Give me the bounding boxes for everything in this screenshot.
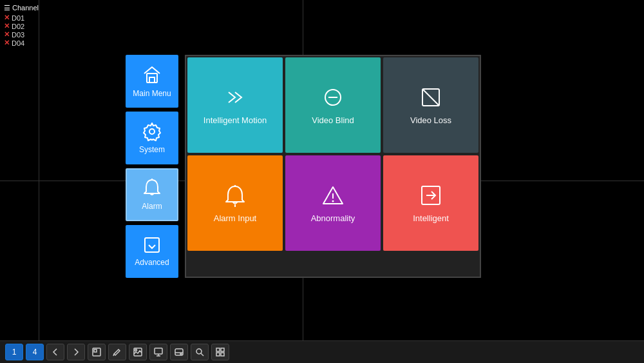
tile-intelligent-motion[interactable]: Intelligent Motion bbox=[187, 57, 283, 153]
toolbar-btn-grid[interactable] bbox=[211, 344, 229, 360]
tiles-grid: Intelligent Motion Video Blind Video Los… bbox=[185, 55, 481, 278]
toolbar-btn-back[interactable] bbox=[46, 344, 64, 360]
channel-panel: ☰ Channel ✕ D01 ✕ D02 ✕ D03 ✕ D04 bbox=[4, 4, 39, 47]
channel-d02: ✕ D02 bbox=[4, 22, 39, 30]
toolbar-btn-hdd[interactable] bbox=[170, 344, 188, 360]
bell-icon bbox=[143, 179, 161, 198]
triangle-alert-icon bbox=[321, 184, 345, 207]
tile-abnormality[interactable]: Abnormality bbox=[285, 155, 381, 251]
toolbar-btn-4[interactable]: 4 bbox=[26, 344, 44, 360]
tile-alarm-input[interactable]: Alarm Input bbox=[187, 155, 283, 251]
advanced-icon bbox=[143, 236, 161, 254]
tile-video-loss[interactable]: Video Loss bbox=[383, 57, 478, 153]
svg-line-28 bbox=[201, 353, 204, 356]
svg-rect-32 bbox=[221, 353, 224, 356]
toolbar-btn-pencil[interactable] bbox=[108, 344, 126, 360]
svg-point-27 bbox=[196, 349, 202, 354]
toolbar-btn-1[interactable]: 1 bbox=[5, 344, 23, 360]
tile-intelligent-label: Intelligent bbox=[413, 213, 449, 223]
video-loss-icon bbox=[419, 86, 442, 109]
tile-video-blind[interactable]: Video Blind bbox=[285, 57, 381, 153]
svg-rect-31 bbox=[216, 353, 220, 356]
channel-d03-label: D03 bbox=[12, 31, 24, 39]
svg-rect-30 bbox=[221, 348, 224, 351]
svg-line-18 bbox=[113, 354, 114, 356]
bottom-toolbar: 1 4 bbox=[0, 340, 644, 363]
toolbar-btn-monitor[interactable] bbox=[149, 344, 167, 360]
svg-point-2 bbox=[149, 129, 155, 134]
svg-rect-29 bbox=[216, 348, 220, 351]
toolbar-btn-window[interactable] bbox=[88, 344, 106, 360]
svg-rect-4 bbox=[145, 238, 159, 252]
pencil-icon bbox=[113, 348, 122, 357]
minus-circle-icon bbox=[321, 86, 345, 109]
tile-intelligent[interactable]: Intelligent bbox=[383, 155, 478, 251]
main-area: Main Menu System Alarm Advanced bbox=[126, 55, 481, 278]
channel-d04-status: ✕ bbox=[4, 39, 10, 47]
nav-advanced[interactable]: Advanced bbox=[126, 225, 178, 278]
channel-d04-label: D04 bbox=[12, 39, 24, 47]
tile-alarm-input-label: Alarm Input bbox=[214, 213, 256, 223]
toolbar-btn-search[interactable] bbox=[191, 344, 209, 360]
left-nav: Main Menu System Alarm Advanced bbox=[126, 55, 178, 278]
nav-alarm-label: Alarm bbox=[142, 202, 162, 211]
grid-icon bbox=[216, 348, 225, 357]
toolbar-btn-4-label: 4 bbox=[33, 348, 37, 357]
svg-rect-17 bbox=[94, 349, 97, 352]
nav-main-menu-label: Main Menu bbox=[133, 89, 171, 98]
svg-line-8 bbox=[422, 89, 439, 106]
svg-point-13 bbox=[332, 200, 334, 202]
channel-d03: ✕ D03 bbox=[4, 30, 39, 39]
chevrons-right-icon bbox=[223, 86, 247, 109]
back-arrow-icon bbox=[51, 348, 60, 357]
toolbar-btn-forward[interactable] bbox=[67, 344, 85, 360]
toolbar-btn-1-label: 1 bbox=[12, 348, 17, 357]
channel-d04: ✕ D04 bbox=[4, 39, 39, 47]
tile-intelligent-motion-label: Intelligent Motion bbox=[204, 115, 267, 125]
svg-point-20 bbox=[135, 349, 137, 351]
svg-rect-21 bbox=[155, 348, 162, 354]
svg-point-26 bbox=[180, 353, 182, 355]
svg-rect-1 bbox=[149, 77, 155, 83]
toolbar-btn-image[interactable] bbox=[129, 344, 147, 360]
channel-d02-label: D02 bbox=[12, 23, 24, 30]
channel-d01: ✕ D01 bbox=[4, 14, 39, 22]
nav-system[interactable]: System bbox=[126, 112, 178, 164]
channel-d03-status: ✕ bbox=[4, 30, 10, 39]
channel-d01-status: ✕ bbox=[4, 14, 10, 22]
nav-system-label: System bbox=[139, 145, 165, 154]
channel-d02-status: ✕ bbox=[4, 22, 10, 30]
channel-title: ☰ Channel bbox=[4, 4, 39, 12]
nav-advanced-label: Advanced bbox=[135, 258, 169, 267]
tile-video-blind-label: Video Blind bbox=[312, 115, 354, 125]
hdd-icon bbox=[175, 348, 184, 357]
arrow-right-box-icon bbox=[419, 184, 442, 207]
nav-main-menu[interactable]: Main Menu bbox=[126, 55, 178, 108]
search-icon bbox=[195, 348, 204, 357]
home-icon bbox=[142, 64, 162, 85]
monitor-icon bbox=[154, 348, 163, 357]
nav-alarm[interactable]: Alarm bbox=[126, 168, 178, 221]
window-icon bbox=[92, 348, 101, 357]
image-icon bbox=[133, 348, 142, 357]
alarm-input-icon bbox=[223, 184, 247, 207]
channel-d01-label: D01 bbox=[12, 14, 24, 22]
forward-arrow-icon bbox=[71, 348, 80, 357]
tile-abnormality-label: Abnormality bbox=[311, 213, 355, 223]
gear-icon bbox=[142, 122, 162, 141]
tile-video-loss-label: Video Loss bbox=[410, 115, 451, 125]
